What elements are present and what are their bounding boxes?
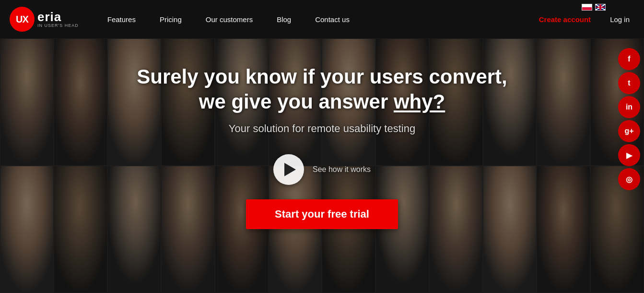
- play-icon: [284, 163, 296, 176]
- nav-links: Features Pricing Our customers Blog Cont…: [98, 0, 534, 38]
- nav-features[interactable]: Features: [98, 0, 145, 38]
- nav-customers[interactable]: Our customers: [196, 0, 262, 38]
- hero-headline-line1: Surely you know if your users convert,: [137, 65, 507, 88]
- hero-why-word: why?: [394, 90, 445, 113]
- logo-circle: UX: [10, 7, 35, 32]
- hero-overlay: Surely you know if your users convert, w…: [0, 0, 644, 293]
- nav-right: Create account Log in: [534, 0, 634, 38]
- lang-flags: [582, 4, 606, 11]
- hero-headline-line2: we give you answer why?: [199, 90, 445, 113]
- nav-blog[interactable]: Blog: [267, 0, 301, 38]
- navbar: UX eria IN USER'S HEAD Features Pricing …: [0, 0, 644, 38]
- hero-headline: Surely you know if your users convert, w…: [137, 64, 507, 115]
- logo-ux-text: UX: [16, 14, 28, 25]
- hero-subheadline: Your solution for remote usability testi…: [229, 122, 415, 135]
- flag-uk[interactable]: [595, 4, 606, 11]
- nav-contact[interactable]: Contact us: [305, 0, 359, 38]
- social-googleplus[interactable]: g+: [618, 120, 640, 142]
- flag-polish[interactable]: [582, 4, 592, 11]
- logo[interactable]: UX eria IN USER'S HEAD: [10, 7, 79, 32]
- logo-sub-text: IN USER'S HEAD: [37, 23, 79, 28]
- social-youtube[interactable]: ▶: [618, 144, 640, 166]
- social-twitter[interactable]: t: [618, 72, 640, 94]
- nav-pricing[interactable]: Pricing: [150, 0, 191, 38]
- social-facebook[interactable]: f: [618, 48, 640, 70]
- login-link[interactable]: Log in: [605, 0, 634, 38]
- logo-text-block: eria IN USER'S HEAD: [37, 11, 79, 28]
- social-instagram[interactable]: ◎: [618, 168, 640, 190]
- social-sidebar: f t in g+ ▶ ◎: [618, 38, 644, 190]
- cta-free-trial-button[interactable]: Start your free trial: [246, 199, 398, 229]
- play-button[interactable]: [273, 154, 304, 185]
- social-linkedin[interactable]: in: [618, 96, 640, 118]
- see-how-text: See how it works: [313, 165, 371, 174]
- video-row: See how it works: [273, 154, 371, 185]
- logo-eria-text: eria: [37, 11, 79, 23]
